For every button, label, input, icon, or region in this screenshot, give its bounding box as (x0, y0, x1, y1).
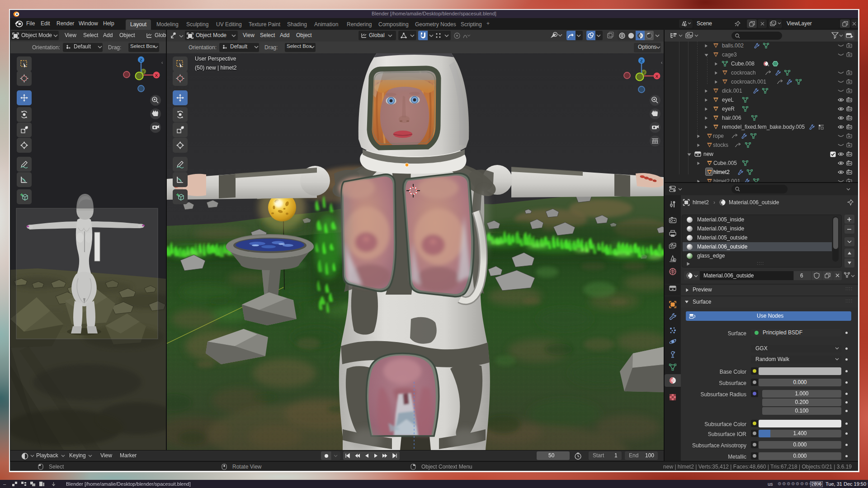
svg-text:X: X (155, 73, 158, 78)
svg-text:‹: ‹ (661, 60, 662, 65)
svg-text:X: X (656, 74, 659, 79)
svg-text:Z: Z (140, 57, 142, 62)
svg-text:‹: ‹ (161, 60, 163, 65)
svg-text:Z: Z (640, 58, 643, 63)
svg-text:4: 4 (768, 64, 769, 67)
